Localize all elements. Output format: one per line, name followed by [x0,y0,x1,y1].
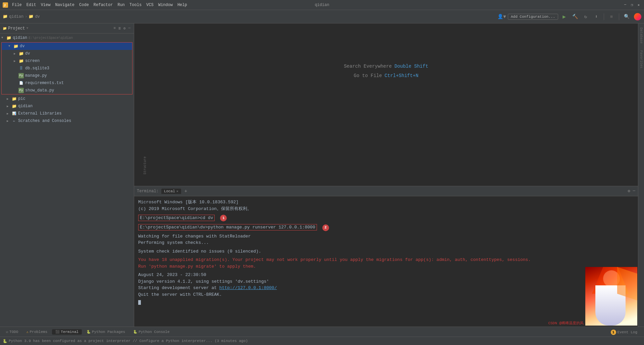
tree-item-dbsqlite[interactable]: ▶ 🗄 db.sqlite3 [2,65,132,72]
search-everywhere-label: Search Everywhere [344,64,392,69]
terminal-server-url[interactable]: http://127.0.0.1:8000/ [219,285,277,290]
tab-terminal-label: Terminal [61,330,78,334]
structure-tab[interactable]: Structure [143,156,147,175]
window-controls: ─ ❐ ✕ [623,2,641,8]
menu-edit[interactable]: Edit [24,2,38,8]
tree-root[interactable]: ▼ 📁 qidian E:\projectSpace\qidian [0,34,134,42]
tree-item-extlibs-label: External Libraries [18,111,62,116]
tree-item-requirements-label: requirements.txt [25,81,64,85]
run-button[interactable]: ▶ [559,12,569,21]
tree-item-dv-sub[interactable]: ▶ 📁 dv [2,50,132,57]
vtab-database[interactable]: Database [639,27,643,44]
project-expand-all[interactable]: ≣ [118,25,121,31]
vtab-favorites[interactable]: Favorites [639,50,643,68]
terminal-warning-2: Run 'python manage.py migrate' to apply … [138,263,634,270]
project-panel-header: 📁 Project ▼ ≡ ≣ ⚙ ─ [0,23,134,33]
tree-item-qidian[interactable]: ▶ 📁 qidian [0,102,134,110]
tree-item-requirements[interactable]: ▶ 📄 requirements.txt [2,79,132,87]
terminal-cmd2-highlight: E:\projectSpace\qidian\dv>python manage.… [138,224,317,230]
tree-item-extlibs[interactable]: ▶ 📊 External Libraries [0,110,134,117]
terminal-sysinfo-2: (c) 2019 Microsoft Corporation。保留所有权利。 [138,206,634,212]
menu-file[interactable]: File [10,2,24,8]
user-icon-button[interactable]: 👤▼ [497,12,506,21]
project-minimize[interactable]: ─ [127,25,131,31]
tree-item-showdatapy-label: show_data.py [25,88,54,93]
more-run-options[interactable]: ⬇ [592,12,601,21]
terminal-cursor [138,300,141,305]
menu-view[interactable]: View [39,2,53,8]
event-log-button[interactable]: 1 Event Log [611,330,637,335]
project-settings[interactable]: ⚙ [123,25,126,31]
tree-item-screen[interactable]: ▶ 📁 screen [2,57,132,65]
terminal-timestamp: August 24, 2023 - 22:30:50 [138,272,634,278]
project-panel: 📁 Project ▼ ≡ ≣ ⚙ ─ ▼ 📁 qidian E:\projec… [0,23,134,345]
minimize-button[interactable]: ─ [623,2,628,8]
terminal-settings: ⚙ ─ [628,189,635,194]
terminal-cmd1-highlight: E:\projectSpace\qidian>cd dv [138,215,215,221]
menu-vcs[interactable]: VCS [144,2,156,8]
decorative-image [585,267,637,326]
project-panel-title: Project [8,26,25,31]
tab-problems[interactable]: ⚠ Problems [23,329,51,335]
search-everywhere-button[interactable]: 🔍 [622,12,631,21]
app-logo: J [3,2,8,8]
menu-navigate[interactable]: Navigate [53,2,76,8]
tree-item-pic[interactable]: ▶ 📁 pic [0,95,134,102]
terminal-close-icon[interactable]: ✕ [176,189,178,193]
tab-python-console-label: Python Console [139,330,169,334]
tree-item-showdatapy[interactable]: ▶ Py show_data.py [2,87,132,94]
terminal-tab-bar: Terminal: Local ✕ + ⚙ ─ [134,186,638,196]
menu-refactor[interactable]: Refactor [92,2,115,8]
add-configuration-button[interactable]: Add Configuration... [508,14,558,20]
build-button[interactable]: 🔨 [570,12,580,21]
menu-window[interactable]: Window [156,2,175,8]
tree-item-scratches[interactable]: ▶ ✏ Scratches and Consoles [0,117,134,125]
terminal-warning-1: You have 18 unapplied migration(s). Your… [138,257,634,263]
terminal-minimize-icon[interactable]: ─ [633,189,635,194]
goto-file-shortcut[interactable]: Ctrl+Shift+N [385,73,419,78]
terminal-local-label: Local [164,189,175,193]
terminal-add-button[interactable]: + [182,188,189,195]
user-avatar[interactable] [634,13,641,20]
menu-code[interactable]: Code [77,2,91,8]
terminal-cmd2-badge: 2 [322,224,329,231]
project-header-icons: ≡ ≣ ⚙ ─ [113,25,131,31]
python-interpreter-badge: 🐍 [3,339,7,343]
menu-tools[interactable]: Tools [127,2,144,8]
close-button[interactable]: ✕ [636,2,641,8]
tab-python-packages[interactable]: 🐍 Python Packages [83,329,128,335]
bottom-tab-bar: ☑ TODO ⚠ Problems ⬛ Terminal 🐍 Python Pa… [0,327,644,337]
search-everywhere-shortcut[interactable]: Double Shift [394,64,428,69]
terminal-cmd1-row: E:\projectSpace\qidian>cd dv 1 [138,215,634,221]
terminal-gear-icon[interactable]: ⚙ [628,189,630,194]
restore-button[interactable]: ❐ [629,2,635,8]
tab-todo-label: TODO [9,330,18,334]
terminal-sysinfo-1: Microsoft Windows [版本 10.0.18363.592] [138,199,634,206]
tree-item-dv[interactable]: ▼ 📁 dv [2,43,132,50]
breadcrumb: 📁 qidian › 📁 dv [3,14,40,19]
reload-button[interactable]: ↻ [581,12,590,21]
main-layout: 📁 Project ▼ ≡ ≣ ⚙ ─ ▼ 📁 qidian E:\projec… [0,23,644,345]
tree-item-dv-sub-label: dv [25,51,30,56]
project-collapse-all[interactable]: ≡ [113,25,117,31]
breadcrumb-folder: dv [35,14,40,19]
tree-dv-highlight-box: ▼ 📁 dv ▶ 📁 dv ▶ 📁 screen ▶ 🗄 db. [1,42,132,94]
statusbar: 🐍 Python 3.9 has been configured as a pr… [0,337,644,345]
terminal-server-start-row: Starting development server at http://12… [138,285,634,291]
project-tree: ▼ 📁 qidian E:\projectSpace\qidian ▼ 📁 dv… [0,33,134,345]
right-side-panel: Database Favorites [638,23,644,345]
terminal-local-tab[interactable]: Local ✕ [161,189,181,194]
tab-terminal[interactable]: ⬛ Terminal [52,329,82,335]
breadcrumb-project: qidian [9,14,23,19]
tree-item-managepy[interactable]: ▶ Py manage.py [2,72,132,79]
tab-todo[interactable]: ☑ TODO [3,329,21,335]
tab-python-console[interactable]: 🐍 Python Console [130,329,173,335]
editor-area: Search Everywhere Double Shift Go to Fil… [134,23,638,345]
menu-run[interactable]: Run [115,2,127,8]
event-log-count: 1 [611,330,616,335]
search-hint-area: Search Everywhere Double Shift Go to Fil… [134,23,638,186]
terminal-quit-msg: Quit the server with CTRL-BREAK. [138,291,634,298]
stop-button[interactable]: ■ [607,12,616,21]
menu-help[interactable]: Help [175,2,189,8]
main-toolbar: 📁 qidian › 📁 dv 👤▼ Add Configuration... … [0,10,644,23]
